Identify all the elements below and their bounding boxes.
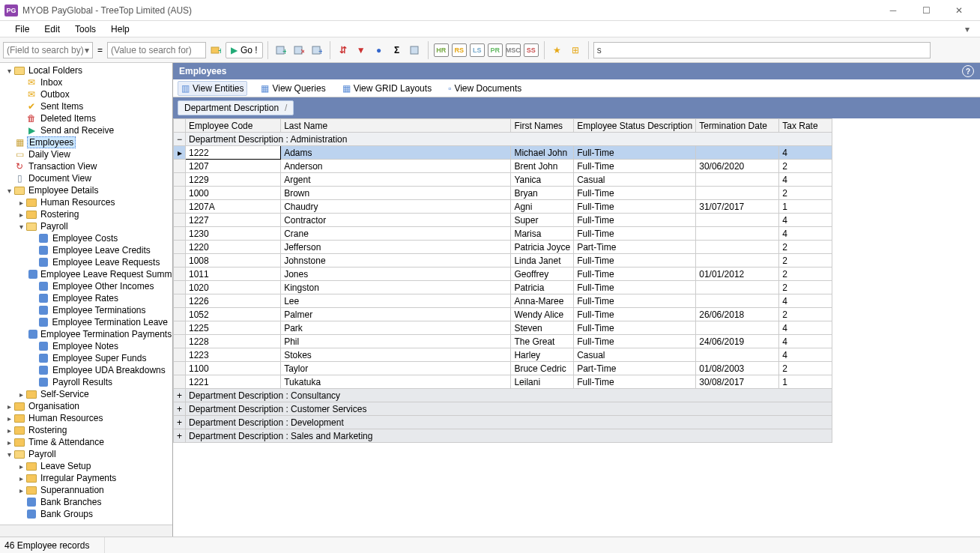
tree-item[interactable]: Employee Other Incomes xyxy=(0,280,172,292)
cell-first[interactable]: Leilani xyxy=(511,375,574,389)
column-header[interactable]: First Names xyxy=(511,119,574,133)
tree-twisty-icon[interactable]: ▸ xyxy=(4,426,13,435)
cell-last[interactable]: Contractor xyxy=(281,214,511,227)
tree-item[interactable]: ▸Rostering xyxy=(0,424,172,436)
row-handle[interactable] xyxy=(174,254,186,268)
cell-tax[interactable]: 2 xyxy=(779,160,832,173)
tree-item[interactable]: ▾Local Folders xyxy=(0,64,172,76)
menu-tools[interactable]: Tools xyxy=(67,22,103,36)
tree-item[interactable]: ▸Human Resources xyxy=(0,196,172,208)
row-handle[interactable] xyxy=(174,187,186,200)
cell-term[interactable]: 24/06/2019 xyxy=(696,335,779,348)
cell-first[interactable]: Anna-Maree xyxy=(511,294,574,308)
tree-item[interactable]: 🗑Deleted Items xyxy=(0,112,172,124)
badge-ls[interactable]: LS xyxy=(469,42,486,58)
badge-ss[interactable]: SS xyxy=(523,42,539,58)
cell-first[interactable]: Harley xyxy=(511,348,574,362)
cell-tax[interactable]: 4 xyxy=(779,227,832,241)
tree-item[interactable]: ▶Send and Receive xyxy=(0,124,172,136)
cell-tax[interactable]: 4 xyxy=(779,173,832,187)
cell-last[interactable]: Stokes xyxy=(281,348,511,362)
cell-last[interactable]: Argent xyxy=(281,173,511,187)
cell-term[interactable] xyxy=(696,214,779,227)
badge-msc[interactable]: MSC xyxy=(505,42,521,58)
cell-status[interactable]: Full-Time xyxy=(574,200,696,214)
menu-help[interactable]: Help xyxy=(103,22,137,36)
tab-view-queries[interactable]: ▦View Queries xyxy=(258,82,328,95)
cell-last[interactable]: Palmer xyxy=(281,308,511,321)
row-handle[interactable] xyxy=(174,321,186,335)
tree-item[interactable]: Bank Branches xyxy=(0,496,172,508)
menu-file[interactable]: File xyxy=(7,22,37,36)
tree-twisty-icon[interactable]: ▸ xyxy=(4,414,13,423)
cell-first[interactable]: Bryan xyxy=(511,187,574,200)
cell-tax[interactable]: 4 xyxy=(779,348,832,362)
tree-twisty-icon[interactable]: ▸ xyxy=(16,390,25,399)
table-row[interactable]: 1226LeeAnna-MareeFull-Time4 xyxy=(174,294,832,308)
cell-last[interactable]: Johnstone xyxy=(281,254,511,268)
cell-status[interactable]: Casual xyxy=(574,173,696,187)
go-button[interactable]: ▶ Go ! xyxy=(226,42,263,58)
tree-item[interactable]: ✔Sent Items xyxy=(0,100,172,112)
tree-item[interactable]: Employee Rates xyxy=(0,292,172,304)
row-handle[interactable] xyxy=(174,281,186,294)
cell-code[interactable]: 1222 xyxy=(186,146,281,160)
table-row[interactable]: 1230CraneMarisaFull-Time4 xyxy=(174,227,832,241)
cell-term[interactable] xyxy=(696,254,779,268)
row-handle[interactable] xyxy=(174,375,186,389)
cell-term[interactable] xyxy=(696,294,779,308)
tree-item[interactable]: Employee Termination Leave xyxy=(0,316,172,328)
row-handle[interactable] xyxy=(174,335,186,348)
table-row[interactable]: 1011JonesGeoffreyFull-Time01/01/20122 xyxy=(174,268,832,281)
row-handle[interactable] xyxy=(174,173,186,187)
tree-item[interactable]: Employee Costs xyxy=(0,232,172,244)
cell-last[interactable]: Chaudry xyxy=(281,200,511,214)
cell-last[interactable]: Lee xyxy=(281,294,511,308)
tree-item[interactable]: ▦Employees xyxy=(0,136,172,148)
cell-tax[interactable]: 1 xyxy=(779,200,832,214)
tree-item[interactable]: Employee Terminations xyxy=(0,304,172,316)
tree-twisty-icon[interactable]: ▸ xyxy=(4,402,13,411)
table-row[interactable]: 1229ArgentYanicaCasual4 xyxy=(174,173,832,187)
tree-item[interactable]: ▸Human Resources xyxy=(0,412,172,424)
tree-item[interactable]: ▸Self-Service xyxy=(0,388,172,400)
cell-last[interactable]: Adams xyxy=(281,146,511,160)
tree-item[interactable]: ▾Payroll xyxy=(0,220,172,232)
cell-term[interactable]: 01/08/2003 xyxy=(696,362,779,375)
tab-view-documents[interactable]: ▫View Documents xyxy=(445,82,524,95)
cell-status[interactable]: Full-Time xyxy=(574,254,696,268)
table-row[interactable]: ▸1222AdamsMichael JohnFull-Time4 xyxy=(174,146,832,160)
search-field-dropdown[interactable]: (Field to search by) ▾ xyxy=(3,42,93,58)
cell-term[interactable] xyxy=(696,146,779,160)
data-grid[interactable]: Employee CodeLast NameFirst NamesEmploye… xyxy=(173,118,980,537)
table-row[interactable]: 1228PhilThe GreatFull-Time24/06/20194 xyxy=(174,335,832,348)
cell-term[interactable] xyxy=(696,281,779,294)
cell-tax[interactable]: 1 xyxy=(779,375,832,389)
tree-item[interactable]: ▸Rostering xyxy=(0,208,172,220)
cell-term[interactable] xyxy=(696,321,779,335)
column-header[interactable]: Termination Date xyxy=(696,119,779,133)
cell-term[interactable] xyxy=(696,173,779,187)
table-row[interactable]: 1220JeffersonPatricia JoycePart-Time2 xyxy=(174,241,832,254)
cell-status[interactable]: Full-Time xyxy=(574,375,696,389)
filter-icon[interactable]: ▼ xyxy=(353,42,369,58)
badge-rs[interactable]: RS xyxy=(451,42,468,58)
tree-twisty-icon[interactable]: ▸ xyxy=(16,199,25,207)
navigation-tree[interactable]: ▾Local Folders✉Inbox✉Outbox✔Sent Items🗑D… xyxy=(0,63,172,525)
cell-first[interactable]: The Great xyxy=(511,335,574,348)
cell-code[interactable]: 1230 xyxy=(186,227,281,241)
column-header[interactable]: Tax Rate xyxy=(779,119,832,133)
tree-item[interactable]: Payroll Results xyxy=(0,376,172,388)
table-row[interactable]: 1225ParkStevenFull-Time4 xyxy=(174,321,832,335)
cell-last[interactable]: Taylor xyxy=(281,362,511,375)
tree-twisty-icon[interactable]: ▾ xyxy=(16,223,25,231)
tree-item[interactable]: Employee Leave Credits xyxy=(0,244,172,256)
row-handle[interactable]: ▸ xyxy=(174,146,186,160)
tree-item[interactable]: Employee Termination Payments xyxy=(0,328,172,340)
cell-status[interactable]: Full-Time xyxy=(574,268,696,281)
cell-term[interactable]: 31/07/2017 xyxy=(696,200,779,214)
group-expand-icon[interactable]: + xyxy=(174,402,186,416)
cell-status[interactable]: Part-Time xyxy=(574,241,696,254)
tree-item[interactable]: ▸Leave Setup xyxy=(0,460,172,472)
row-handle[interactable] xyxy=(174,214,186,227)
